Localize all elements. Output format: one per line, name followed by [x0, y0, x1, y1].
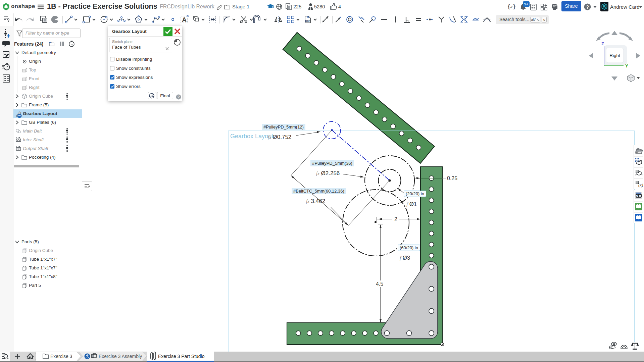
svg-text:Right: Right [609, 53, 620, 58]
svg-text:Exercise 3 Part Studio: Exercise 3 Part Studio [158, 354, 205, 359]
svg-text:?: ? [586, 4, 589, 10]
svg-text:0.25: 0.25 [447, 175, 457, 181]
svg-text:Y: Y [625, 63, 628, 68]
svg-text:A: A [182, 16, 187, 23]
svg-text:DXF: DXF [305, 19, 310, 22]
svg-text:2: 2 [394, 216, 397, 222]
svg-text:Z: Z [601, 41, 604, 46]
svg-text:?: ? [178, 95, 180, 99]
svg-text:Gearbox Layout: Gearbox Layout [230, 133, 273, 140]
svg-text:(x): (x) [638, 183, 643, 188]
svg-text:Exercise 3: Exercise 3 [50, 354, 72, 359]
svg-text:Exercise 3 Assembly: Exercise 3 Assembly [99, 354, 142, 359]
svg-text:4.5: 4.5 [376, 281, 383, 287]
